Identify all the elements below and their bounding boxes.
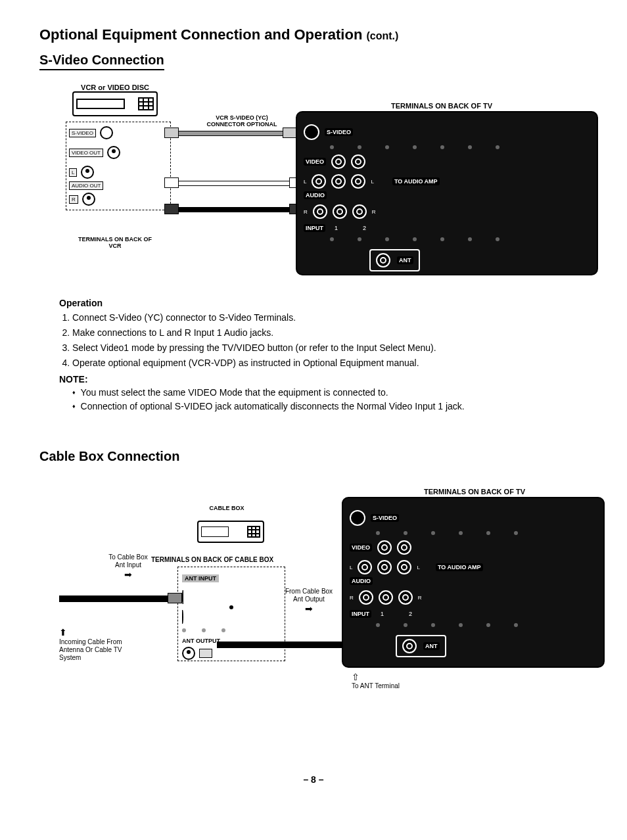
tv-audio-r-row: R R (304, 204, 590, 219)
title-main: Optional Equipment Connection and Operat… (39, 26, 362, 43)
tv-input-row: INPUT 1 2 (350, 610, 597, 618)
tv-audio-r-label2: R (372, 209, 376, 215)
cablebox-icon (197, 521, 264, 543)
coax-jack-icon (182, 647, 195, 660)
coax-plug-icon (199, 649, 212, 658)
tv-audio-r-label: R (304, 209, 308, 215)
operation-step: Connect S-Video (YC) connector to S-Vide… (72, 311, 588, 325)
tv-video-label: VIDEO (350, 544, 372, 551)
audio-l-cable-icon (164, 181, 304, 186)
cablebox-terminals-caption: TERMINALS ON BACK OF CABLE BOX (151, 556, 273, 563)
coax-jack-icon (402, 639, 417, 653)
rca-jack-icon (352, 204, 367, 219)
tv-audio-r-label: R (350, 595, 354, 601)
rca-jack-icon (107, 146, 120, 159)
rca-jack-icon (359, 590, 373, 605)
tv-input-row: INPUT 1 2 (304, 224, 590, 232)
tv-input1-label: 1 (381, 611, 384, 617)
tv-input2-label: 2 (409, 611, 412, 617)
svideo-cable-icon (164, 131, 297, 136)
tv-audio-l-label2: L (417, 565, 419, 571)
vcr-svideo-terminal: S-VIDEO (69, 126, 168, 139)
note-heading: NOTE: (59, 374, 588, 385)
operation-heading: Operation (59, 298, 588, 308)
tv-input-label: INPUT (304, 224, 325, 232)
tv-terminals-caption-2: TERMINALS ON BACK OF TV (424, 488, 525, 496)
tv-back-panel: S-VIDEO VIDEO L L TO AUDIO AMP AUDIO R R (296, 111, 598, 275)
tv-audio-label: AUDIO (350, 577, 373, 585)
arrow-up-icon: ⬆ (59, 627, 67, 638)
tv-audio-l-label: L (304, 179, 306, 185)
tv-audio-l-label: L (350, 565, 352, 571)
vcr-videoout-label: VIDEO OUT (69, 149, 103, 157)
tv-audio-label-row: AUDIO (304, 191, 590, 199)
rca-jack-icon (358, 560, 372, 574)
vcr-device-label: VCR or VIDEO DISC (72, 83, 158, 91)
vcr-audio-l-label: L (69, 168, 77, 177)
tv-svideo-label: S-VIDEO (325, 128, 353, 136)
to-cablebox-ant-input-label: To Cable Box Ant Input➡ (105, 553, 151, 580)
tv-audio-row: L L TO AUDIO AMP (350, 560, 597, 574)
tv-input-label: INPUT (350, 610, 371, 618)
rca-jack-icon (397, 540, 411, 555)
vcr-audio-terminal-group: L AUDIO OUT R (69, 166, 168, 206)
page-title: Optional Equipment Connection and Operat… (39, 26, 588, 43)
rca-jack-icon (331, 154, 346, 169)
rca-jack-icon (379, 590, 393, 605)
tv-ant-box: ANT (396, 635, 446, 657)
plug-icon (283, 128, 297, 138)
tv-svideo-label: S-VIDEO (371, 514, 399, 522)
plug-icon (164, 177, 179, 188)
rca-jack-icon (312, 174, 326, 189)
rca-jack-icon (333, 204, 347, 219)
note-item: Connection of optional S-VIDEO jack auto… (72, 400, 588, 413)
rca-jack-icon (377, 560, 392, 574)
rca-jack-icon (397, 560, 411, 574)
tv-video-row: VIDEO (304, 154, 590, 169)
tv-input2-label: 2 (363, 225, 366, 231)
cb-ant-input-row: ANT INPUT (182, 571, 281, 586)
vcr-audioout-label: AUDIO OUT (69, 181, 103, 190)
rca-jack-icon (351, 154, 365, 169)
cb-ant-input-label: ANT INPUT (182, 574, 219, 582)
tv-ant-label: ANT (423, 642, 440, 650)
operation-step: Select Video1 mode by pressing the TV/VI… (72, 341, 588, 355)
to-ant-terminal-label: ⇧ To ANT Terminal (352, 672, 400, 689)
vcr-icon (72, 91, 158, 116)
tv-ant-box: ANT (369, 249, 420, 271)
coax-cable-icon (59, 595, 181, 602)
tv-ant-label: ANT (397, 256, 413, 264)
title-cont: (cont.) (366, 30, 398, 41)
vcr-terminals-caption: TERMINALS ON BACK OF VCR (72, 236, 158, 249)
cablebox-device-label: CABLE BOX (207, 505, 246, 511)
arrow-up-icon: ⇧ (352, 672, 360, 682)
tv-audio-r-label2: R (418, 595, 422, 601)
svideo-diagram: VCR or VIDEO DISC S-VIDEO VIDEO OUT L AU… (59, 83, 588, 287)
svideo-jack-icon (100, 126, 113, 139)
arrow-right-icon: ➡ (124, 569, 132, 580)
svideo-jack-icon (350, 510, 365, 526)
note-item: You must select the same VIDEO Mode that… (72, 386, 588, 400)
vcr-terminals-panel: S-VIDEO VIDEO OUT L AUDIO OUT R (66, 122, 171, 210)
plug-icon (164, 128, 179, 138)
tv-video-label: VIDEO (304, 158, 326, 166)
svideo-heading: S-Video Connection (39, 53, 164, 70)
coax-jack-icon (376, 253, 390, 268)
cablebox-diagram: CABLE BOX TERMINALS ON BACK OF CABLE BOX… (59, 485, 588, 695)
tv-video-row: VIDEO (350, 540, 597, 555)
operation-step: Operate optional equipment (VCR-VDP) as … (72, 356, 588, 370)
rca-jack-icon (398, 590, 413, 605)
audio-r-cable-icon (164, 207, 302, 212)
tv-audio-row: L L TO AUDIO AMP (304, 174, 590, 189)
note-list: You must select the same VIDEO Mode that… (59, 386, 588, 413)
tv-back-panel-2: S-VIDEO VIDEO L L TO AUDIO AMP AUDIO R R (342, 497, 605, 668)
coax-jack-icon (182, 590, 281, 624)
operation-steps-list: Connect S-Video (YC) connector to S-Vide… (59, 311, 588, 370)
tv-audio-l-label2: L (371, 179, 373, 185)
rca-jack-icon (331, 174, 346, 189)
tv-audio-r-row: R R (350, 590, 597, 605)
rca-jack-icon (82, 193, 95, 206)
incoming-cable-label: ⬆ Incoming Cable From Antenna Or Cable T… (59, 627, 138, 662)
vcr-svideo-label: S-VIDEO (69, 129, 96, 137)
coax-plug-icon (168, 593, 182, 603)
